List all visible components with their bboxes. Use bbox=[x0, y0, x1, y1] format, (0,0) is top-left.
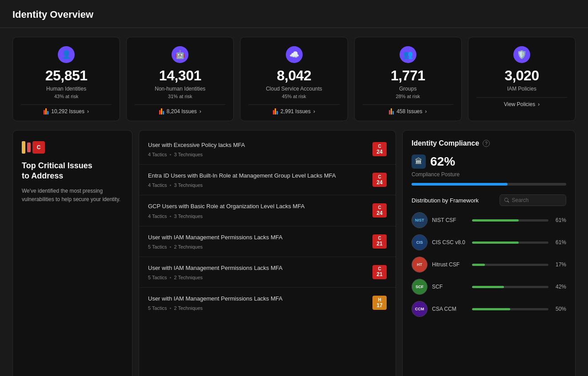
issue-title: GCP Users with Basic Role at Organizatio… bbox=[148, 202, 365, 210]
panel-description: We've identified the most pressing vulne… bbox=[22, 187, 123, 376]
issue-severity-badge: C21 bbox=[372, 234, 387, 249]
framework-search-input[interactable] bbox=[512, 197, 561, 203]
stat-card-iam-policies[interactable]: 🛡️3,020IAM PoliciesView Policies› bbox=[468, 37, 576, 121]
badge-letter: C bbox=[378, 206, 381, 210]
stat-risk-cloud-service-accounts: 45% at risk bbox=[282, 94, 306, 99]
badge-letter: C bbox=[378, 267, 381, 271]
bar-yellow-icon bbox=[22, 141, 25, 154]
issues-list-panel[interactable]: User with Excessive Policy lacks MFA4 Ta… bbox=[139, 130, 396, 376]
issue-content: Entra ID Users with Built-In Role at Man… bbox=[148, 172, 365, 188]
issue-dot-separator: • bbox=[170, 275, 172, 280]
stat-divider-iam-policies bbox=[476, 97, 567, 98]
issue-techniques: 2 Techniques bbox=[174, 275, 203, 280]
issue-content: User with Excessive Policy lacks MFA4 Ta… bbox=[148, 141, 365, 157]
help-icon[interactable]: ? bbox=[483, 140, 490, 147]
stat-number-cloud-service-accounts: 8,042 bbox=[277, 67, 312, 84]
stat-issues-groups[interactable]: 458 Issues› bbox=[389, 108, 427, 115]
panel-icons: C bbox=[22, 141, 123, 154]
stat-issues-non-human-identities[interactable]: 8,204 Issues› bbox=[159, 108, 201, 115]
stat-card-non-human-identities[interactable]: 🤖14,301Non-human Identities31% at risk8,… bbox=[126, 37, 234, 121]
compliance-title: Identity Compliance bbox=[412, 139, 479, 147]
framework-item-hitrust[interactable]: HTHitrust CSF17% bbox=[412, 257, 566, 273]
issue-content: User with IAM Management Permissions Lac… bbox=[148, 295, 365, 311]
stat-issues-iam-policies[interactable]: View Policies› bbox=[504, 101, 540, 107]
issue-meta: 5 Tactics•2 Techniques bbox=[148, 244, 365, 249]
stat-issues-human-identities[interactable]: 10,292 Issues› bbox=[44, 108, 89, 115]
stat-number-human-identities: 25,851 bbox=[45, 67, 88, 84]
frameworks-list: NISTNIST CSF61%CISCIS CSC v8.061%HTHitru… bbox=[412, 212, 566, 317]
issue-tactics: 4 Tactics bbox=[148, 182, 167, 188]
compliance-header: Identity Compliance ? bbox=[412, 139, 566, 147]
framework-logo-hitrust: HT bbox=[412, 257, 428, 273]
stat-label-cloud-service-accounts: Cloud Service Accounts bbox=[266, 86, 322, 92]
stat-divider-human-identities bbox=[21, 104, 112, 105]
critical-issues-panel: C Top Critical Issuesto Address We've id… bbox=[12, 130, 132, 376]
framework-bar-fill-csa-ccm bbox=[472, 308, 510, 310]
compliance-panel: Identity Compliance ? 🏛 62% Compliance P… bbox=[402, 130, 576, 376]
issue-item[interactable]: User with Excessive Policy lacks MFA4 Ta… bbox=[139, 134, 396, 165]
framework-name-scf: SCF bbox=[432, 284, 468, 290]
issue-content: User with IAM Management Permissions Lac… bbox=[148, 234, 365, 249]
page-header: Identity Overview bbox=[0, 0, 588, 28]
stat-arrow-icon-human-identities: › bbox=[87, 108, 89, 115]
framework-name-nist-csf: NIST CSF bbox=[432, 217, 468, 223]
framework-bar-fill-hitrust bbox=[472, 264, 485, 266]
issue-severity-badge: C24 bbox=[372, 173, 387, 187]
issue-severity-badge: C21 bbox=[372, 265, 387, 279]
issue-severity-badge: H17 bbox=[372, 296, 387, 310]
stat-risk-non-human-identities: 31% at risk bbox=[168, 94, 192, 99]
framework-bar-fill-nist-csf bbox=[472, 219, 519, 222]
issue-item[interactable]: Entra ID Users with Built-In Role at Man… bbox=[139, 165, 396, 195]
compliance-score-row: 🏛 62% bbox=[412, 154, 566, 169]
framework-name-cis-csc: CIS CSC v8.0 bbox=[432, 239, 468, 245]
badge-letter: C bbox=[378, 236, 381, 241]
issue-title: User with IAM Management Permissions Lac… bbox=[148, 234, 365, 241]
stat-issues-text-iam-policies: View Policies bbox=[504, 101, 535, 107]
stat-risk-human-identities: 43% at risk bbox=[54, 94, 78, 99]
framework-item-scf[interactable]: SCFSCF42% bbox=[412, 279, 566, 295]
issue-dot-separator: • bbox=[170, 182, 172, 188]
issue-title: User with IAM Management Permissions Lac… bbox=[148, 264, 365, 272]
issue-meta: 5 Tactics•2 Techniques bbox=[148, 275, 365, 280]
framework-item-csa-ccm[interactable]: CCMCSA CCM50% bbox=[412, 301, 566, 317]
framework-search-box[interactable] bbox=[500, 194, 566, 206]
stat-card-groups[interactable]: 👥1,771Groups28% at risk458 Issues› bbox=[354, 37, 462, 121]
stat-arrow-icon-non-human-identities: › bbox=[200, 108, 201, 115]
badge-letter: C bbox=[378, 175, 381, 179]
badge-number: 21 bbox=[376, 241, 382, 246]
framework-bar-fill-scf bbox=[472, 286, 504, 288]
issue-title: Entra ID Users with Built-In Role at Man… bbox=[148, 172, 365, 180]
issue-severity-badge: C24 bbox=[372, 203, 387, 218]
issue-dot-separator: • bbox=[170, 152, 172, 157]
framework-bar-fill-cis-csc bbox=[472, 241, 519, 244]
main-content: C Top Critical Issuesto Address We've id… bbox=[0, 130, 588, 376]
issue-meta: 4 Tactics•3 Techniques bbox=[148, 182, 365, 188]
issue-techniques: 2 Techniques bbox=[174, 305, 203, 311]
stat-icon-non-human-identities: 🤖 bbox=[172, 46, 188, 63]
stat-card-cloud-service-accounts[interactable]: ☁️8,042Cloud Service Accounts45% at risk… bbox=[240, 37, 348, 121]
framework-logo-cis-csc: CIS bbox=[412, 234, 428, 250]
issue-meta: 5 Tactics•2 Techniques bbox=[148, 305, 365, 311]
stat-divider-cloud-service-accounts bbox=[248, 104, 339, 105]
framework-logo-csa-ccm: CCM bbox=[412, 301, 428, 317]
issue-tactics: 4 Tactics bbox=[148, 152, 167, 157]
compliance-posture-label: Compliance Posture bbox=[412, 171, 566, 178]
stat-number-iam-policies: 3,020 bbox=[504, 67, 539, 84]
issue-dot-separator: • bbox=[170, 244, 172, 249]
issue-title: User with Excessive Policy lacks MFA bbox=[148, 141, 365, 149]
stat-divider-non-human-identities bbox=[135, 104, 225, 105]
framework-item-cis-csc[interactable]: CISCIS CSC v8.061% bbox=[412, 234, 566, 250]
badge-number: 24 bbox=[376, 210, 382, 216]
compliance-bar-fill bbox=[412, 183, 508, 186]
stat-card-human-identities[interactable]: 👤25,851Human Identities43% at risk10,292… bbox=[12, 37, 120, 121]
bar-chart-icon-non-human-identities bbox=[159, 108, 164, 115]
issue-item[interactable]: User with IAM Management Permissions Lac… bbox=[139, 257, 396, 288]
issue-item[interactable]: User with IAM Management Permissions Lac… bbox=[139, 288, 396, 318]
framework-item-nist-csf[interactable]: NISTNIST CSF61% bbox=[412, 212, 566, 228]
stat-arrow-icon-groups: › bbox=[425, 108, 427, 115]
issue-item[interactable]: GCP Users with Basic Role at Organizatio… bbox=[139, 195, 396, 226]
issue-item[interactable]: User with IAM Management Permissions Lac… bbox=[139, 226, 396, 257]
badge-number: 24 bbox=[376, 149, 382, 154]
badge-number: 24 bbox=[376, 180, 382, 185]
stat-issues-cloud-service-accounts[interactable]: 2,991 Issues› bbox=[273, 108, 315, 115]
